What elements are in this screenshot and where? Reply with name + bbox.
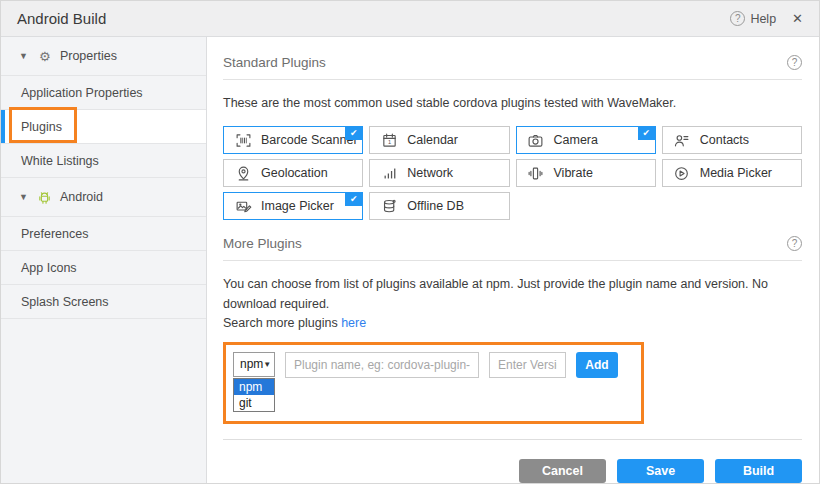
barcode-scanner-icon [234, 131, 252, 149]
caret-down-icon: ▼ [19, 51, 28, 61]
sidebar-item-preferences[interactable]: Preferences [1, 217, 206, 251]
plugin-image-picker[interactable]: Image Picker✔ [223, 192, 363, 220]
gear-icon: ⚙ [37, 49, 53, 64]
chevron-down-icon: ▼ [263, 360, 271, 369]
help-circle-icon: ? [730, 11, 745, 26]
camera-icon [527, 131, 545, 149]
plugin-label: Barcode Scanner [261, 133, 358, 147]
plugin-label: Offline DB [407, 199, 464, 213]
caret-down-icon: ▼ [19, 192, 28, 202]
standard-plugins-title: Standard Plugins [223, 55, 326, 70]
calendar-icon: 1 [380, 131, 398, 149]
source-select: npm ▼ npmgit [233, 352, 275, 377]
main-content: Standard Plugins ? These are the most co… [207, 37, 819, 483]
version-input[interactable] [489, 352, 566, 378]
more-plugins-description: You can choose from list of plugins avai… [223, 275, 802, 333]
add-button[interactable]: Add [576, 352, 618, 378]
checked-badge-icon: ✔ [638, 127, 655, 140]
standard-plugins-grid: Barcode Scanner✔1CalendarCamera✔Contacts… [223, 126, 802, 220]
svg-text:1: 1 [388, 139, 391, 145]
sidebar-item-android[interactable]: ▼Android [1, 178, 206, 217]
plugin-geolocation[interactable]: Geolocation [223, 159, 363, 187]
image-picker-icon [234, 197, 252, 215]
plugin-offline-db[interactable]: Offline DB [369, 192, 509, 220]
more-plugins-description-text: You can choose from list of plugins avai… [223, 277, 768, 310]
checked-badge-icon: ✔ [345, 127, 362, 140]
more-plugins-help-icon[interactable]: ? [787, 236, 802, 251]
vibrate-icon [527, 164, 545, 182]
plugin-contacts[interactable]: Contacts [662, 126, 802, 154]
sidebar-item-app-icons[interactable]: App Icons [1, 251, 206, 285]
sidebar-item-label: Android [60, 190, 103, 204]
search-more-text: Search more plugins [223, 316, 338, 330]
android-build-dialog: Android Build ? Help ✕ ▼⚙PropertiesAppli… [0, 0, 820, 484]
plugin-media-picker[interactable]: Media Picker [662, 159, 802, 187]
plugin-camera[interactable]: Camera✔ [516, 126, 656, 154]
offline-db-icon [380, 197, 398, 215]
dialog-footer: Cancel Save Build [223, 439, 802, 483]
sidebar-item-label: Splash Screens [21, 295, 109, 309]
active-item-indicator [1, 110, 5, 143]
plugin-label: Media Picker [700, 166, 772, 180]
sidebar-item-white-listings[interactable]: White Listings [1, 144, 206, 178]
form-annotation-box: npm ▼ npmgit Add [223, 342, 644, 424]
sidebar-item-label: Plugins [21, 120, 62, 134]
plugin-name-input[interactable] [285, 352, 479, 378]
plugin-network[interactable]: Network [369, 159, 509, 187]
sidebar-item-plugins[interactable]: Plugins [1, 110, 206, 144]
dialog-header: Android Build ? Help ✕ [1, 1, 819, 37]
help-button[interactable]: ? Help [730, 11, 776, 26]
plugin-label: Vibrate [554, 166, 593, 180]
plugin-vibrate[interactable]: Vibrate [516, 159, 656, 187]
media-picker-icon [673, 164, 691, 182]
source-select-value: npm [240, 357, 263, 371]
sidebar-item-label: White Listings [21, 154, 99, 168]
sidebar-item-label: Properties [60, 49, 117, 63]
plugin-label: Network [407, 166, 453, 180]
standard-plugins-header: Standard Plugins ? [223, 37, 802, 80]
plugin-calendar[interactable]: 1Calendar [369, 126, 509, 154]
plugin-label: Geolocation [261, 166, 328, 180]
plugin-label: Image Picker [261, 199, 334, 213]
checked-badge-icon: ✔ [345, 193, 362, 206]
sidebar-item-splash-screens[interactable]: Splash Screens [1, 285, 206, 319]
sidebar: ▼⚙PropertiesApplication PropertiesPlugin… [1, 37, 207, 483]
add-plugin-form: npm ▼ npmgit Add [233, 352, 618, 378]
plugin-label: Calendar [407, 133, 458, 147]
more-plugins-header: More Plugins ? [223, 220, 802, 261]
standard-plugins-description: These are the most common used stable co… [223, 94, 802, 113]
close-icon[interactable]: ✕ [792, 11, 803, 26]
source-select-dropdown: npmgit [233, 378, 275, 412]
contacts-icon [673, 131, 691, 149]
network-icon [380, 164, 398, 182]
more-plugins-title: More Plugins [223, 236, 302, 251]
sidebar-item-application-properties[interactable]: Application Properties [1, 76, 206, 110]
source-option-npm[interactable]: npm [234, 379, 274, 395]
page-title: Android Build [17, 10, 106, 27]
plugin-label: Contacts [700, 133, 749, 147]
plugin-barcode-scanner[interactable]: Barcode Scanner✔ [223, 126, 363, 154]
sidebar-item-properties[interactable]: ▼⚙Properties [1, 37, 206, 76]
cancel-button[interactable]: Cancel [519, 459, 606, 483]
source-option-git[interactable]: git [234, 395, 274, 411]
search-more-link[interactable]: here [341, 316, 366, 330]
help-label: Help [750, 12, 776, 26]
build-button[interactable]: Build [715, 459, 802, 483]
source-select-button[interactable]: npm ▼ [233, 352, 275, 377]
save-button[interactable]: Save [617, 459, 704, 483]
sidebar-item-label: Application Properties [21, 86, 143, 100]
android-icon [37, 190, 53, 205]
sidebar-item-label: Preferences [21, 227, 88, 241]
plugin-label: Camera [554, 133, 598, 147]
sidebar-item-label: App Icons [21, 261, 77, 275]
geolocation-icon [234, 164, 252, 182]
standard-plugins-help-icon[interactable]: ? [787, 55, 802, 70]
